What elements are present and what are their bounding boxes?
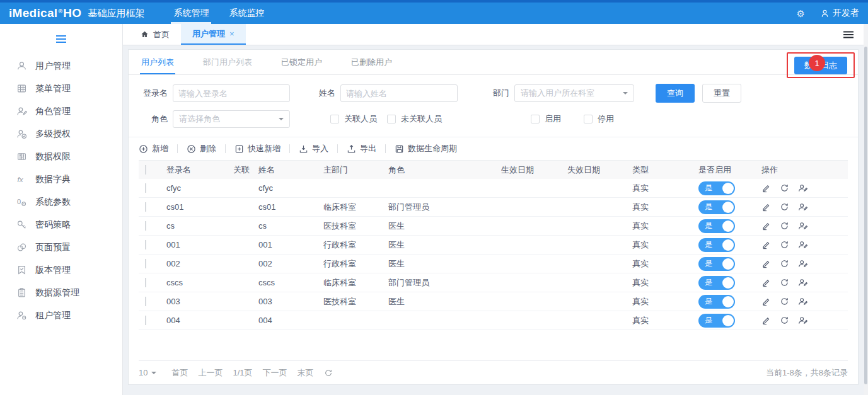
sync-button[interactable] [780,240,789,249]
sync-button[interactable] [780,221,789,231]
assign-role-button[interactable] [798,221,807,231]
edit-button[interactable] [761,259,771,268]
edit-button[interactable] [761,297,771,306]
add-button[interactable]: 新增 [139,143,168,154]
first-page-link[interactable]: 首页 [171,367,188,379]
subtab-locked-users[interactable]: 已锁定用户 [281,50,322,74]
sidebar-item-user-management[interactable]: 用户管理 [16,59,122,72]
assign-role-button[interactable] [798,297,807,306]
sidebar-item-datasource-management[interactable]: 数据源管理 [16,286,122,299]
enabled-toggle[interactable]: 是 [698,181,735,195]
edit-button[interactable] [761,278,771,287]
enabled-toggle[interactable]: 是 [698,276,735,290]
logo-text: iMedical [9,6,57,20]
sidebar-item-menu-management[interactable]: 菜单管理 [16,82,122,95]
import-button[interactable]: 导入 [299,143,328,154]
close-icon[interactable]: × [229,29,234,38]
edit-button[interactable] [761,221,771,231]
row-checkbox[interactable] [145,202,146,212]
sidebar-item-password-policy[interactable]: 密码策略 [16,218,122,231]
enabled-toggle[interactable]: 是 [698,219,735,233]
assign-role-button[interactable] [798,202,807,212]
sync-button[interactable] [780,297,789,306]
data-lifecycle-button[interactable]: 数据生命周期 [395,143,457,154]
sidebar-collapse-button[interactable] [0,29,122,49]
sidebar-item-data-permission[interactable]: 数据权限 [16,150,122,163]
quick-add-button[interactable]: 快速新增 [234,143,281,154]
search-button[interactable]: 查询 [656,84,695,103]
enabled-toggle[interactable]: 是 [698,257,735,271]
subtab-user-list[interactable]: 用户列表 [141,50,174,74]
checkbox-related-personnel[interactable]: 关联人员 [330,113,377,125]
tab-user-management[interactable]: 用户管理 × [181,24,246,45]
enabled-toggle[interactable]: 是 [698,238,735,252]
scrollbar-thumb[interactable] [864,47,867,384]
row-checkbox[interactable] [145,316,146,325]
row-checkbox[interactable] [145,259,146,268]
assign-role-button[interactable] [798,278,807,287]
top-menu-system-monitor[interactable]: 系统监控 [219,3,274,24]
sync-button[interactable] [780,259,789,268]
assign-role-icon [798,297,807,306]
page-size-select[interactable]: 10 [139,368,156,377]
reset-button[interactable]: 重置 [702,84,741,103]
subtab-department-user-list[interactable]: 部门用户列表 [203,50,252,74]
sidebar-item-role-management[interactable]: 角色管理 [16,105,122,118]
checkbox-disabled[interactable]: 停用 [584,113,614,125]
login-name-input[interactable] [173,84,290,102]
toolbar-divider [337,144,338,153]
row-checkbox[interactable] [145,278,146,287]
cell-name: 002 [258,259,323,268]
edit-button[interactable] [761,240,771,249]
sidebar-item-version-management[interactable]: 版本管理 [16,263,122,277]
delete-button[interactable]: 删除 [187,143,216,154]
assign-role-button[interactable] [798,259,807,268]
sidebar-item-page-preset[interactable]: 页面预置 [16,241,122,254]
cell-role: 部门管理员 [388,202,501,213]
edit-button[interactable] [761,202,771,212]
row-checkbox[interactable] [145,183,146,193]
tab-home[interactable]: 首页 [129,24,181,45]
top-menu: 系统管理 系统监控 [163,3,274,24]
prev-page-link[interactable]: 上一页 [198,367,223,379]
subtab-deleted-users[interactable]: 已删除用户 [351,50,392,74]
last-page-link[interactable]: 末页 [298,367,314,379]
sidebar-item-data-dictionary[interactable]: fx 数据字典 [16,173,122,186]
vertical-scrollbar[interactable] [864,24,868,395]
top-menu-system-management[interactable]: 系统管理 [163,3,219,24]
export-button[interactable]: 导出 [347,143,376,154]
sync-icon [780,221,789,231]
role-select[interactable]: 请选择角色 [173,110,290,128]
refresh-icon[interactable] [324,369,333,377]
current-user[interactable]: 开发者 [820,8,859,19]
sidebar-item-tenant-management[interactable]: 租户管理 [16,309,122,322]
gear-icon[interactable]: ⚙ [797,9,805,18]
checkbox-enabled[interactable]: 启用 [531,113,561,125]
sync-button[interactable] [780,316,789,325]
sync-button[interactable] [780,183,789,193]
edit-button[interactable] [761,183,771,193]
next-page-link[interactable]: 下一页 [263,367,287,379]
enabled-toggle[interactable]: 是 [698,314,735,328]
row-checkbox[interactable] [145,221,146,231]
name-input[interactable] [340,84,458,102]
assign-role-button[interactable] [798,316,807,325]
row-checkbox[interactable] [145,240,146,249]
sidebar-item-multilevel-authorization[interactable]: 多级授权 [16,127,122,140]
select-all-checkbox[interactable] [145,165,146,175]
sync-button[interactable] [780,202,789,212]
caret-down-icon [151,372,156,377]
enabled-toggle[interactable]: 是 [698,200,735,214]
sidebar-item-system-parameters[interactable]: 0 系统参数 [16,195,122,209]
department-select[interactable]: 请输入用户所在科室 [514,84,634,102]
sync-button[interactable] [780,278,789,287]
assign-role-button[interactable] [798,183,807,193]
table-row: cfyc cfyc 真实 是 [139,179,848,198]
row-checkbox[interactable] [145,297,146,306]
tab-list-button[interactable] [843,31,854,38]
edit-button[interactable] [761,316,771,325]
assign-role-button[interactable] [798,240,807,249]
checkbox-unrelated-personnel[interactable]: 未关联人员 [387,113,442,125]
enabled-toggle[interactable]: 是 [698,295,735,309]
edit-icon [761,259,771,268]
